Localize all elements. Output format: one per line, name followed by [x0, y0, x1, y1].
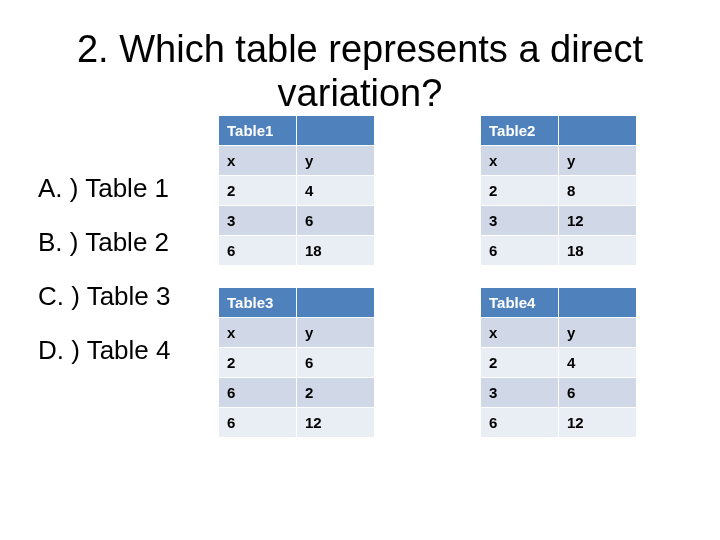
table-cell: 6	[559, 378, 637, 408]
answer-list: A. ) Table 1 B. ) Table 2 C. ) Table 3 D…	[38, 175, 170, 391]
table-1-hx: x	[219, 146, 297, 176]
table-cell: 12	[297, 408, 375, 438]
content-area: A. ) Table 1 B. ) Table 2 C. ) Table 3 D…	[0, 115, 720, 515]
table-2-label: Table2	[481, 116, 559, 146]
table-cell: 3	[481, 378, 559, 408]
table-cell: 2	[481, 348, 559, 378]
table-1-label: Table1	[219, 116, 297, 146]
table-cell: 6	[219, 236, 297, 266]
table-3: Table3 xy 26 62 612	[218, 287, 375, 438]
table-3-hx: x	[219, 318, 297, 348]
table-cell: 3	[481, 206, 559, 236]
answer-b: B. ) Table 2	[38, 229, 170, 255]
table-cell: 4	[297, 176, 375, 206]
title-line-2: variation?	[278, 72, 443, 114]
table-cell: 6	[219, 378, 297, 408]
table-1: Table1 xy 24 36 618	[218, 115, 375, 266]
answer-c: C. ) Table 3	[38, 283, 170, 309]
table-cell: 12	[559, 408, 637, 438]
table-cell: 6	[481, 236, 559, 266]
table-cell: 18	[559, 236, 637, 266]
table-cell: 4	[559, 348, 637, 378]
table-cell: 2	[219, 176, 297, 206]
table-2-hy: y	[559, 146, 637, 176]
table-cell-empty	[559, 288, 637, 318]
table-2-hx: x	[481, 146, 559, 176]
table-2: Table2 xy 28 312 618	[480, 115, 637, 266]
answer-a: A. ) Table 1	[38, 175, 170, 201]
question-title: 2. Which table represents a direct varia…	[0, 0, 720, 115]
table-4: Table4 xy 24 36 612	[480, 287, 637, 438]
table-cell: 6	[297, 348, 375, 378]
table-1-hy: y	[297, 146, 375, 176]
table-cell: 2	[297, 378, 375, 408]
table-cell: 2	[481, 176, 559, 206]
title-line-1: 2. Which table represents a direct	[77, 28, 643, 70]
answer-d: D. ) Table 4	[38, 337, 170, 363]
table-cell-empty	[559, 116, 637, 146]
table-cell: 12	[559, 206, 637, 236]
table-cell: 6	[219, 408, 297, 438]
table-cell-empty	[297, 288, 375, 318]
table-3-label: Table3	[219, 288, 297, 318]
table-4-hx: x	[481, 318, 559, 348]
table-4-label: Table4	[481, 288, 559, 318]
table-cell: 3	[219, 206, 297, 236]
table-3-hy: y	[297, 318, 375, 348]
table-4-hy: y	[559, 318, 637, 348]
table-cell: 8	[559, 176, 637, 206]
table-cell: 18	[297, 236, 375, 266]
table-cell: 2	[219, 348, 297, 378]
table-cell: 6	[297, 206, 375, 236]
table-cell: 6	[481, 408, 559, 438]
table-cell-empty	[297, 116, 375, 146]
